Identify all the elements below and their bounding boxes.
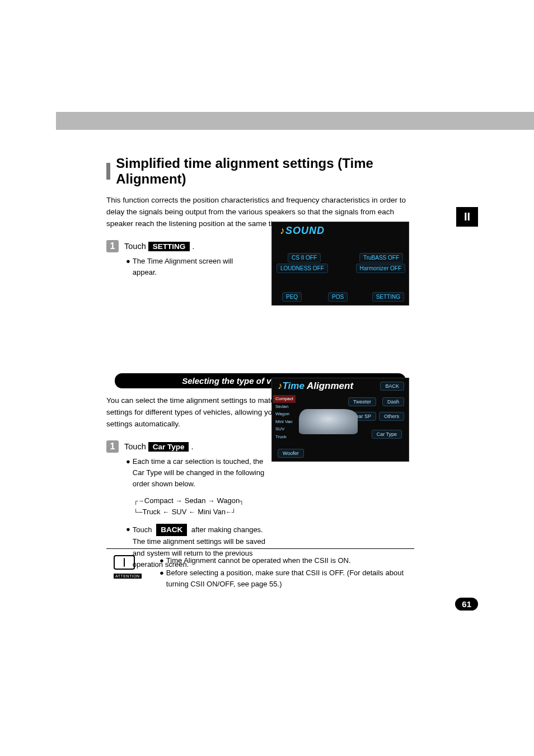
csii-button[interactable]: CS II OFF (288, 253, 321, 262)
list-compact[interactable]: Compact (273, 395, 296, 403)
harmonizer-button[interactable]: Harmonizer OFF (356, 264, 405, 273)
list-wagon[interactable]: Wagon (273, 410, 296, 418)
title-accent-bar (106, 163, 110, 180)
sound-logo: ♪SOUND (280, 225, 325, 237)
bullet-icon: ● (160, 567, 164, 590)
dash-button[interactable]: Dash (382, 397, 404, 406)
cartype-button[interactable]: Car Type (148, 442, 189, 452)
list-sedan[interactable]: Sedan (273, 403, 296, 411)
setting-button[interactable]: SETTING (148, 242, 190, 251)
loudness-button[interactable]: LOUDNESS OFF (277, 264, 328, 273)
bullet-icon: ● (126, 256, 130, 278)
peq-button[interactable]: PEQ (282, 292, 302, 302)
header-gray-bar (56, 112, 534, 130)
attention-text: ●Time Alignment cannot be operated when … (160, 555, 406, 591)
list-suv[interactable]: SUV (273, 425, 296, 433)
step-1-body: ● The Time Alignment screen will appear. (126, 256, 249, 278)
step-touch-label: Touch (124, 442, 146, 451)
page-number: 61 (455, 598, 478, 611)
seq-truck: Truck (143, 506, 161, 518)
step-1-body-text: The Time Alignment screen will appear. (133, 256, 249, 278)
car-illustration-icon (299, 409, 358, 434)
seq-sedan: Sedan (185, 495, 206, 506)
tweeter-button[interactable]: Tweeter (348, 397, 376, 406)
bullet-icon: ● (126, 456, 130, 490)
attention-icon-wrap: ATTENTION (114, 555, 142, 580)
list-minivan[interactable]: Mini Van (273, 418, 296, 426)
seq-minivan: Mini Van (198, 506, 226, 518)
car-type-sequence: ┌→ Compact→ Sedan→ Wagon ┐ └─ Truck← SUV… (134, 495, 266, 518)
attention-top-rule (106, 548, 414, 549)
others-button[interactable]: Others (379, 412, 404, 421)
step-2-body: ● Each time a car selection is touched, … (126, 456, 266, 570)
book-icon (114, 555, 135, 570)
step-number-icon: 1 (106, 240, 119, 252)
sound-screen-shot: ♪SOUND CS II OFF TruBASS OFF LOUDNESS OF… (271, 222, 409, 306)
section-tab: II (456, 207, 478, 227)
list-truck[interactable]: Truck (273, 433, 296, 441)
step-touch-label: Touch (124, 242, 146, 251)
page-title: Simplified time alignment settings (Time… (116, 156, 414, 187)
back-button[interactable]: BACK (156, 524, 187, 537)
bullet-icon: ● (160, 555, 164, 566)
cartype-screen-button[interactable]: Car Type (372, 430, 402, 439)
step-period: . (192, 242, 194, 251)
time-alignment-logo: ♪Time Alignment (278, 381, 353, 392)
step-2-body1-text: Each time a car selection is touched, th… (133, 456, 266, 490)
pos-button[interactable]: POS (328, 292, 348, 302)
step-number-icon: 1 (106, 440, 119, 453)
step-2-body2-pre: Touch (133, 525, 152, 534)
woofer-button[interactable]: Woofer (278, 449, 304, 458)
trubass-button[interactable]: TruBASS OFF (359, 253, 403, 262)
page-title-row: Simplified time alignment settings (Time… (106, 156, 414, 187)
seq-wagon: Wagon (217, 495, 240, 506)
seq-suv: SUV (172, 506, 187, 518)
time-alignment-screen-shot: ♪Time Alignment BACK Compact Sedan Wagon… (271, 378, 409, 462)
ta-back-button[interactable]: BACK (380, 382, 404, 391)
seq-compact: Compact (144, 495, 174, 506)
attention-line-1: Time Alignment cannot be operated when t… (166, 555, 351, 566)
attention-label: ATTENTION (114, 574, 142, 579)
setting-screen-button[interactable]: SETTING (372, 292, 404, 302)
step-period: . (191, 442, 193, 451)
car-type-list[interactable]: Compact Sedan Wagon Mini Van SUV Truck (273, 395, 296, 441)
attention-line-2: Before selecting a position, make sure t… (166, 567, 406, 590)
